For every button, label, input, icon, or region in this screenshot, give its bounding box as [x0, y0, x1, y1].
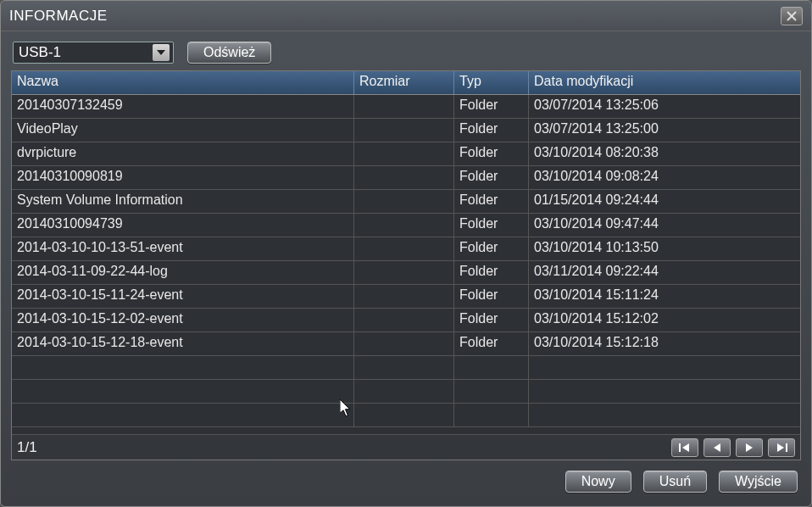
svg-rect-3	[679, 443, 681, 452]
table-row[interactable]: System Volume InformationFolder01/15/201…	[12, 190, 800, 214]
svg-marker-4	[682, 443, 689, 452]
file-table: Nazwa Rozmiar Typ Data modyfikacji 20140…	[11, 70, 801, 460]
cell-name: 20140307132459	[12, 95, 354, 118]
pagination-buttons	[671, 438, 795, 457]
cell-date	[529, 404, 800, 426]
cell-type: Folder	[454, 166, 529, 189]
first-page-button[interactable]	[671, 438, 698, 457]
exit-button[interactable]: Wyjście	[719, 471, 798, 493]
page-indicator: 1/1	[17, 439, 37, 456]
table-row[interactable]: VideoPlayFolder03/07/2014 13:25:00	[12, 119, 800, 142]
table-row[interactable]: 20140307132459Folder03/07/2014 13:25:06	[12, 95, 800, 119]
drive-dropdown-value: USB-1	[19, 44, 61, 61]
cell-type	[454, 356, 529, 379]
delete-button-label: Usuń	[659, 474, 691, 489]
table-row[interactable]: 2014-03-11-09-22-44-logFolder03/11/2014 …	[12, 261, 800, 285]
cell-size	[354, 380, 454, 403]
cell-type: Folder	[454, 142, 529, 165]
cell-name	[12, 404, 354, 426]
chevron-down-icon	[153, 44, 170, 61]
cell-type: Folder	[454, 332, 529, 355]
cell-type: Folder	[454, 119, 529, 142]
delete-button[interactable]: Usuń	[643, 471, 707, 493]
cell-type: Folder	[454, 190, 529, 213]
close-button[interactable]	[781, 7, 803, 25]
cell-type: Folder	[454, 261, 529, 284]
prev-page-button[interactable]	[704, 438, 731, 457]
svg-rect-8	[786, 443, 787, 452]
new-button[interactable]: Nowy	[565, 471, 631, 493]
svg-marker-5	[714, 443, 720, 452]
cell-size	[354, 119, 454, 142]
cell-name: 2014-03-10-10-13-51-event	[12, 237, 354, 260]
cell-size	[354, 404, 454, 426]
cell-type: Folder	[454, 237, 529, 260]
svg-marker-7	[777, 443, 784, 452]
titlebar: INFORMACJE	[1, 1, 811, 31]
panel: USB-1 Odśwież Nazwa Rozmiar Typ Data mod…	[11, 40, 801, 493]
toolbar: USB-1 Odśwież	[11, 40, 801, 70]
table-row[interactable]: 20140310094739Folder03/10/2014 09:47:44	[12, 214, 800, 237]
cell-type	[454, 380, 529, 403]
cell-date: 03/07/2014 13:25:00	[529, 119, 800, 142]
table-footer: 1/1	[12, 434, 800, 460]
table-row[interactable]: 20140310090819Folder03/10/2014 09:08:24	[12, 166, 800, 190]
file-info-window: INFORMACJE USB-1 Odśwież	[0, 0, 812, 507]
cell-date	[529, 380, 800, 403]
first-page-icon	[679, 443, 691, 453]
next-page-icon	[744, 443, 754, 453]
cell-size	[354, 309, 454, 332]
cell-date: 03/07/2014 13:25:06	[529, 95, 800, 118]
header-type[interactable]: Typ	[454, 71, 529, 94]
refresh-button[interactable]: Odśwież	[187, 42, 271, 64]
cell-size	[354, 166, 454, 189]
drive-dropdown[interactable]: USB-1	[13, 42, 174, 64]
cell-type: Folder	[454, 95, 529, 118]
prev-page-icon	[712, 443, 722, 453]
cell-date	[529, 356, 800, 379]
cell-type: Folder	[454, 309, 529, 332]
content-area: USB-1 Odśwież Nazwa Rozmiar Typ Data mod…	[1, 31, 811, 506]
table-row	[12, 404, 800, 427]
cell-date: 03/10/2014 15:12:18	[529, 332, 800, 355]
cell-size	[354, 214, 454, 237]
cell-size	[354, 237, 454, 260]
refresh-button-label: Odśwież	[203, 45, 255, 60]
cell-date: 03/10/2014 15:12:02	[529, 309, 800, 332]
cell-date: 03/10/2014 09:47:44	[529, 214, 800, 237]
cell-date: 03/10/2014 08:20:38	[529, 142, 800, 165]
cell-name: 2014-03-11-09-22-44-log	[12, 261, 354, 284]
table-row[interactable]: 2014-03-10-15-11-24-eventFolder03/10/201…	[12, 285, 800, 309]
last-page-button[interactable]	[768, 438, 795, 457]
cell-name: 2014-03-10-15-12-02-event	[12, 309, 354, 332]
cell-size	[354, 285, 454, 308]
window-title: INFORMACJE	[9, 8, 108, 25]
header-size[interactable]: Rozmiar	[354, 71, 454, 94]
cell-type	[454, 404, 529, 426]
cell-date: 03/10/2014 10:13:50	[529, 237, 800, 260]
table-body: 20140307132459Folder03/07/2014 13:25:06V…	[12, 95, 800, 434]
table-row[interactable]: 2014-03-10-15-12-18-eventFolder03/10/201…	[12, 332, 800, 356]
cell-name: VideoPlay	[12, 119, 354, 142]
cell-size	[354, 95, 454, 118]
table-header: Nazwa Rozmiar Typ Data modyfikacji	[12, 71, 800, 95]
cell-date: 01/15/2014 09:24:44	[529, 190, 800, 213]
cell-name: 20140310094739	[12, 214, 354, 237]
header-name[interactable]: Nazwa	[12, 71, 354, 94]
cell-name: System Volume Information	[12, 190, 354, 213]
header-date[interactable]: Data modyfikacji	[529, 71, 800, 94]
next-page-button[interactable]	[736, 438, 763, 457]
cell-size	[354, 356, 454, 379]
table-row[interactable]: 2014-03-10-10-13-51-eventFolder03/10/201…	[12, 237, 800, 261]
table-row[interactable]: 2014-03-10-15-12-02-eventFolder03/10/201…	[12, 309, 800, 332]
svg-marker-2	[157, 50, 165, 55]
cell-name: 2014-03-10-15-11-24-event	[12, 285, 354, 308]
cell-name: dvrpicture	[12, 142, 354, 165]
cell-type: Folder	[454, 285, 529, 308]
cell-size	[354, 261, 454, 284]
table-row[interactable]: dvrpictureFolder03/10/2014 08:20:38	[12, 142, 800, 166]
cell-date: 03/10/2014 15:11:24	[529, 285, 800, 308]
close-icon	[787, 11, 797, 21]
last-page-icon	[776, 443, 787, 453]
cell-name: 2014-03-10-15-12-18-event	[12, 332, 354, 355]
